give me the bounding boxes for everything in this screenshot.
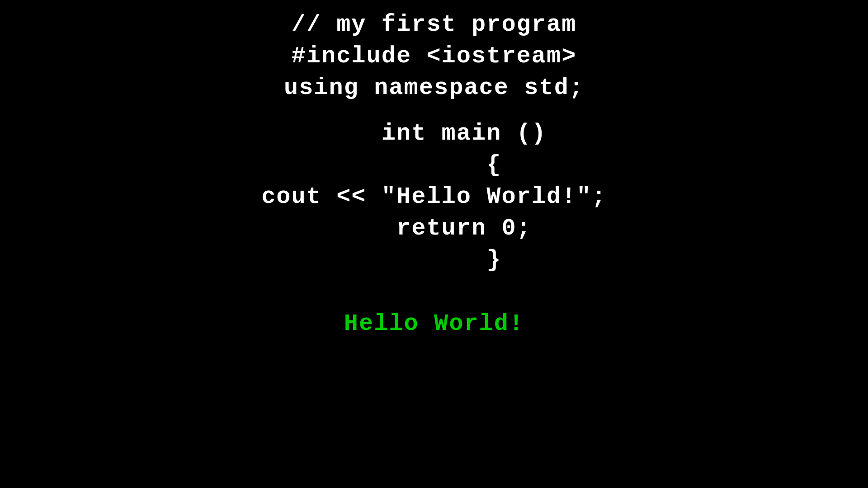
close-brace-line: } [367,244,502,276]
main-line: int main () [321,118,547,150]
output-line: Hello World! [344,308,524,340]
comment-line: // my first program [292,9,577,41]
include-line: #include <iostream> [292,41,577,72]
code-display: // my first program #include <iostream> … [0,0,868,340]
open-brace-line: { [367,150,502,181]
return-line: return 0; [336,213,532,244]
namespace-line: using namespace std; [284,72,584,104]
cout-line: cout << "Hello World!"; [261,181,607,213]
